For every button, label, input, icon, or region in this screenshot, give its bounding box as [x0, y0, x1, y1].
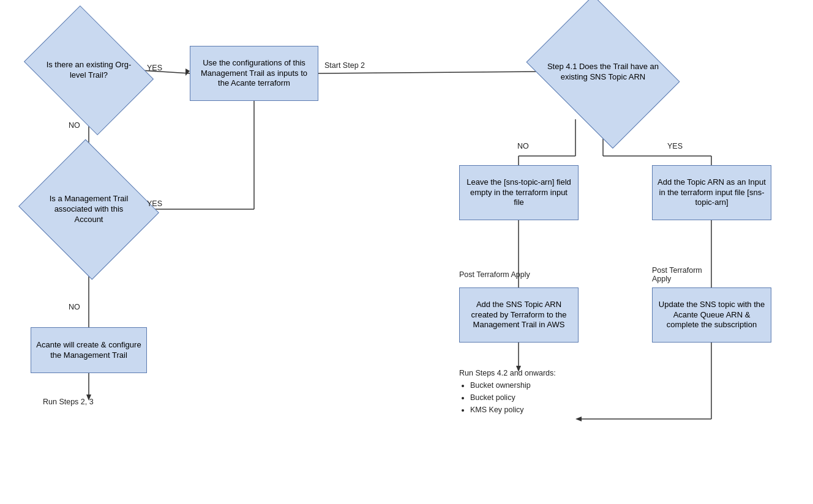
diamond-sns-arn-label: Step 4.1 Does the Trail have an existing… — [542, 59, 664, 85]
box-acante-create: Acante will create & configure the Manag… — [31, 327, 147, 373]
box-update-sns: Update the SNS topic with the Acante Que… — [652, 287, 771, 343]
run-steps-42-label: Run Steps 4.2 and onwards: Bucket owners… — [459, 367, 556, 416]
flowchart-diagram: Is there an existing Org-level Trail? Us… — [0, 0, 813, 504]
box-add-topic-arn: Add the Topic ARN as an Input in the ter… — [652, 165, 771, 220]
svg-marker-1 — [185, 69, 190, 76]
label-no1: NO — [69, 121, 80, 130]
box-leave-empty-label: Leave the [sns-topic-arn] field empty in… — [465, 177, 573, 209]
label-run-steps23: Run Steps 2, 3 — [43, 398, 94, 406]
diamond-sns-arn: Step 4.1 Does the Trail have an existing… — [542, 24, 664, 119]
label-no3: NO — [517, 142, 529, 150]
box-use-configurations: Use the configurations of this Managemen… — [190, 46, 318, 101]
diamond-mgmt-trail: Is a Management Trail associated with th… — [37, 162, 141, 257]
diamond-existing-trail-label: Is there an existing Org-level Trail? — [37, 57, 141, 83]
box-leave-empty: Leave the [sns-topic-arn] field empty in… — [459, 165, 579, 220]
run-steps-42-list: Bucket ownership Bucket policy KMS Key p… — [459, 379, 556, 416]
svg-marker-29 — [575, 417, 582, 421]
box-use-configurations-label: Use the configurations of this Managemen… — [195, 58, 313, 89]
run-steps-42-text: Run Steps 4.2 and onwards: — [459, 369, 556, 377]
svg-line-2 — [318, 72, 542, 73]
label-post-tf1: Post Terraform Apply — [459, 270, 530, 279]
diamond-mgmt-trail-label: Is a Management Trail associated with th… — [37, 191, 141, 228]
label-post-tf2: Post Terraform Apply — [652, 266, 702, 283]
label-yes2: YES — [147, 199, 162, 208]
box-acante-create-label: Acante will create & configure the Manag… — [36, 340, 141, 361]
diamond-existing-trail: Is there an existing Org-level Trail? — [37, 31, 141, 110]
list-item-bucket-policy: Bucket policy — [470, 391, 556, 404]
label-yes1: YES — [147, 64, 162, 72]
box-update-sns-label: Update the SNS topic with the Acante Que… — [658, 300, 766, 331]
label-start-step2: Start Step 2 — [324, 61, 365, 70]
label-no2: NO — [69, 303, 80, 311]
box-add-sns-terraform-label: Add the SNS Topic ARN created by Terrafo… — [465, 300, 573, 331]
list-item-bucket-ownership: Bucket ownership — [470, 379, 556, 391]
label-yes3: YES — [667, 142, 683, 150]
box-add-topic-arn-label: Add the Topic ARN as an Input in the ter… — [658, 177, 766, 209]
list-item-kms-key-policy: KMS Key policy — [470, 404, 556, 416]
box-add-sns-terraform: Add the SNS Topic ARN created by Terrafo… — [459, 287, 579, 343]
